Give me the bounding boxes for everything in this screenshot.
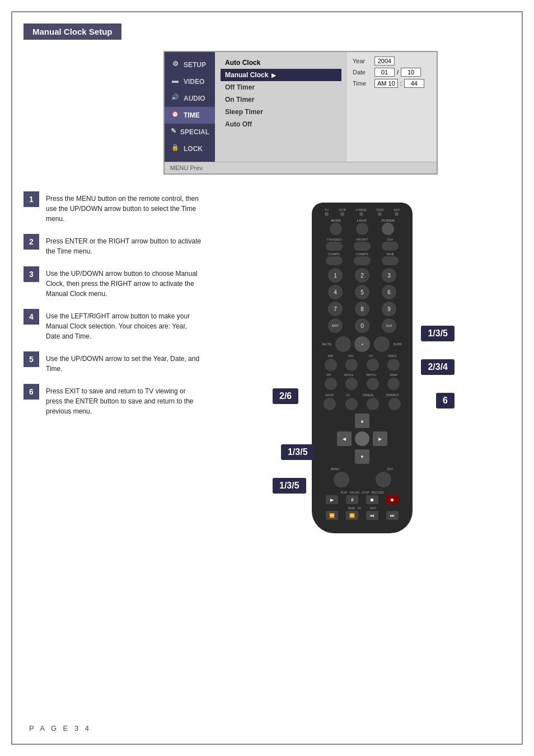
callout-135-bottom: 1/3/5: [273, 478, 306, 494]
ratio-label: RATIO: [325, 393, 334, 397]
menu-screenshot: ⚙ SETUP ▬ VIDEO 🔊 AUDIO ⏰ TIME: [163, 51, 438, 175]
pipch-plus-label: PIPCH+: [367, 373, 377, 377]
nav-up-btn: ▲: [355, 414, 369, 428]
sap-label: SAP: [327, 354, 333, 358]
year-label: Year: [353, 58, 372, 64]
record-btn: ⏺: [386, 495, 399, 504]
page-number: P A G E 3 4: [29, 724, 91, 732]
menu-auto-clock: Auto Clock: [221, 57, 341, 69]
menu-right-panel: Year 2004 Date 01 / 10 Time AM 10 : 44: [347, 52, 437, 162]
btn-8: 8: [355, 302, 369, 316]
nav-right-btn: ▶: [373, 431, 387, 446]
page-title: Manual Clock Setup: [24, 24, 121, 40]
menu-main: Auto Clock Manual Clock ▶ Off Timer On T…: [215, 52, 347, 162]
pipinput-btn: [388, 398, 401, 410]
freeze-label: FREEZE: [363, 393, 374, 397]
steps-list: 1 Press the MENU button on the remote co…: [24, 191, 203, 583]
vol-btn: [345, 359, 358, 371]
ch-label: CH: [369, 354, 373, 358]
ch-btn: [367, 359, 379, 371]
menu-on-timer: On Timer: [221, 93, 341, 106]
btn-4: 4: [328, 285, 343, 299]
btn-9: 9: [382, 302, 396, 316]
btn-0: 0: [355, 318, 369, 333]
date-value1: 01: [374, 68, 395, 77]
steps-section: 1 Press the MENU button on the remote co…: [24, 191, 510, 583]
cc-btn: [345, 398, 358, 410]
callout-135-right: 1/3/5: [421, 326, 455, 341]
lock-icon: 🔒: [170, 144, 180, 154]
step-text-5: Use the UP/DOWN arrow to set the Year, D…: [46, 351, 203, 374]
front-btn: FRONT: [354, 238, 371, 251]
date-label: Date: [353, 69, 372, 76]
menu-footer-text: MENU Prev.: [170, 165, 204, 171]
mute-btn: [335, 336, 351, 352]
date-value2: 10: [401, 68, 421, 77]
sidebar-audio: 🔊 AUDIO: [165, 90, 215, 107]
nav-cross: ▲ ▼ ◀ ▶: [337, 414, 387, 464]
sidebar-special: ✎ SPECIAL: [165, 124, 215, 140]
step-number-4: 4: [24, 309, 39, 325]
menu-auto-off: Auto Off: [221, 118, 341, 130]
page-container: Manual Clock Setup ⚙ SETUP ▬ VIDEO 🔊: [11, 11, 523, 745]
ff-btn: ⏩: [346, 511, 358, 520]
time-label: Time: [353, 80, 372, 87]
pip-label: PIP: [327, 373, 331, 377]
nav-center-btn: [355, 431, 369, 446]
step-number-1: 1: [24, 191, 39, 207]
time-value1: AM 10: [374, 79, 398, 88]
sidebar-time: ⏰ TIME: [165, 107, 215, 124]
dvi-btn: DVI: [382, 238, 399, 251]
surf-label: SURF: [393, 342, 402, 346]
callout-234-right: 2/3/4: [421, 359, 455, 375]
remote-control: TV VCR CABLE DVD SAT MODE LIGHT POWER: [312, 203, 413, 533]
play-btn: ▶: [326, 495, 338, 504]
rgb-btn: RGB: [382, 252, 399, 266]
sap-btn: [325, 359, 337, 371]
pipch-plus-btn: [367, 378, 379, 390]
menu-btn-label: MENU: [331, 467, 339, 471]
btn-1: 1: [328, 268, 343, 283]
rew-btn: ⏪: [326, 511, 338, 520]
pip-btn: [325, 378, 337, 390]
remote-body: TV VCR CABLE DVD SAT MODE LIGHT POWER: [312, 203, 413, 533]
surf-btn: [374, 336, 390, 352]
dvd-mode: DVD: [377, 208, 384, 217]
menu-manual-clock: Manual Clock ▶: [221, 69, 341, 81]
transport-labels: PLAY PAUSE STOP RECORD: [317, 491, 407, 494]
btn-7: 7: [328, 302, 343, 316]
step-5: 5 Use the UP/DOWN arrow to set the Year,…: [24, 351, 203, 374]
date-row: Date 01 / 10: [353, 68, 431, 77]
time-row: Time AM 10 : 44: [353, 79, 431, 88]
mute-label: MUTE: [322, 342, 331, 346]
btn-3: 3: [382, 268, 396, 283]
video-icon: ▬: [170, 77, 180, 87]
remote-area: TV VCR CABLE DVD SAT MODE LIGHT POWER: [214, 203, 510, 583]
skip-back-btn: ⏮: [366, 511, 378, 520]
vcr-mode: VCR: [339, 208, 346, 217]
btn-6: 6: [382, 285, 396, 299]
video-label: VIDEO: [388, 354, 397, 358]
swap-btn: [387, 378, 400, 390]
tv-mode: TV: [325, 208, 329, 217]
mode-label: MODE: [330, 219, 342, 236]
setup-icon: ⚙: [170, 60, 180, 70]
comp1-btn: COMP1: [326, 252, 343, 266]
special-icon: ✎: [170, 127, 177, 137]
menu-btn: [334, 472, 349, 487]
callout-6-right: 6: [436, 393, 455, 408]
time-value2: 44: [404, 79, 424, 88]
step-3: 3 Use the UP/DOWN arrow button to choose…: [24, 266, 203, 299]
pipinput-label: PIPINPUT: [386, 393, 399, 397]
step-text-6: Press EXIT to save and return to TV view…: [46, 384, 203, 416]
audio-icon: 🔊: [170, 93, 180, 104]
date-sep: /: [397, 69, 399, 76]
nav-left-btn: ◀: [337, 431, 352, 446]
sidebar-lock: 🔒 LOCK: [165, 140, 215, 157]
step-number-5: 5: [24, 351, 39, 367]
vol-label: VOL: [348, 354, 354, 358]
menu-sleep-timer: Sleep Timer: [221, 106, 341, 118]
year-value: 2004: [374, 57, 395, 65]
stop-btn: ⏹: [366, 495, 378, 504]
btn-5: 5: [355, 285, 369, 299]
